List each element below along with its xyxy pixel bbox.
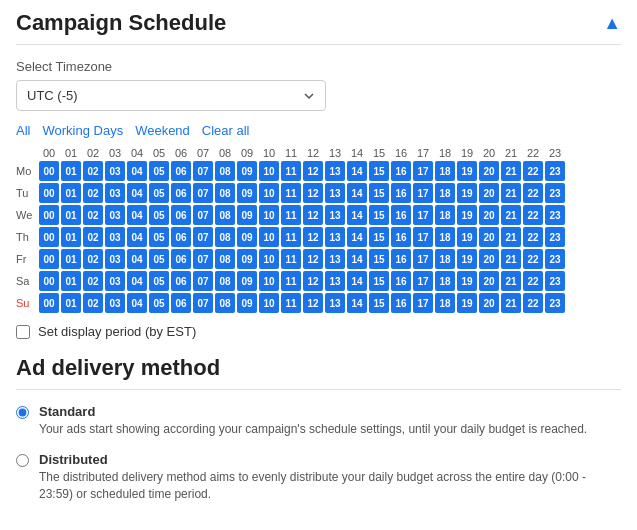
standard-radio[interactable] — [16, 406, 29, 419]
time-cell[interactable]: 20 — [478, 160, 500, 182]
time-cell[interactable]: 00 — [38, 182, 60, 204]
time-cell[interactable]: 11 — [280, 182, 302, 204]
time-cell[interactable]: 17 — [412, 160, 434, 182]
time-cell[interactable]: 05 — [148, 248, 170, 270]
time-cell[interactable]: 05 — [148, 292, 170, 314]
time-cell[interactable]: 14 — [346, 182, 368, 204]
distributed-radio[interactable] — [16, 454, 29, 467]
time-cell[interactable]: 09 — [236, 292, 258, 314]
time-cell[interactable]: 22 — [522, 226, 544, 248]
time-cell[interactable]: 23 — [544, 182, 566, 204]
time-cell[interactable]: 06 — [170, 160, 192, 182]
time-cell[interactable]: 18 — [434, 292, 456, 314]
time-cell[interactable]: 22 — [522, 270, 544, 292]
time-cell[interactable]: 19 — [456, 292, 478, 314]
time-cell[interactable]: 10 — [258, 248, 280, 270]
time-cell[interactable]: 19 — [456, 226, 478, 248]
time-cell[interactable]: 08 — [214, 204, 236, 226]
time-cell[interactable]: 10 — [258, 270, 280, 292]
time-cell[interactable]: 14 — [346, 270, 368, 292]
time-cell[interactable]: 21 — [500, 270, 522, 292]
time-cell[interactable]: 03 — [104, 160, 126, 182]
time-cell[interactable]: 19 — [456, 204, 478, 226]
time-cell[interactable]: 14 — [346, 292, 368, 314]
time-cell[interactable]: 23 — [544, 270, 566, 292]
time-cell[interactable]: 04 — [126, 182, 148, 204]
time-cell[interactable]: 19 — [456, 182, 478, 204]
time-cell[interactable]: 11 — [280, 204, 302, 226]
time-cell[interactable]: 15 — [368, 182, 390, 204]
time-cell[interactable]: 10 — [258, 160, 280, 182]
time-cell[interactable]: 22 — [522, 248, 544, 270]
time-cell[interactable]: 19 — [456, 248, 478, 270]
collapse-icon[interactable]: ▲ — [603, 13, 621, 34]
time-cell[interactable]: 11 — [280, 270, 302, 292]
time-cell[interactable]: 18 — [434, 226, 456, 248]
time-cell[interactable]: 11 — [280, 292, 302, 314]
time-cell[interactable]: 17 — [412, 226, 434, 248]
time-cell[interactable]: 23 — [544, 292, 566, 314]
time-cell[interactable]: 18 — [434, 182, 456, 204]
time-cell[interactable]: 21 — [500, 160, 522, 182]
time-cell[interactable]: 06 — [170, 292, 192, 314]
time-cell[interactable]: 06 — [170, 182, 192, 204]
time-cell[interactable]: 08 — [214, 292, 236, 314]
time-cell[interactable]: 04 — [126, 270, 148, 292]
time-cell[interactable]: 21 — [500, 292, 522, 314]
time-cell[interactable]: 18 — [434, 248, 456, 270]
time-cell[interactable]: 21 — [500, 182, 522, 204]
time-cell[interactable]: 16 — [390, 226, 412, 248]
time-cell[interactable]: 09 — [236, 248, 258, 270]
time-cell[interactable]: 08 — [214, 226, 236, 248]
time-cell[interactable]: 23 — [544, 248, 566, 270]
time-cell[interactable]: 07 — [192, 204, 214, 226]
time-cell[interactable]: 07 — [192, 160, 214, 182]
time-cell[interactable]: 02 — [82, 270, 104, 292]
time-cell[interactable]: 21 — [500, 226, 522, 248]
time-cell[interactable]: 01 — [60, 226, 82, 248]
time-cell[interactable]: 03 — [104, 204, 126, 226]
time-cell[interactable]: 20 — [478, 226, 500, 248]
time-cell[interactable]: 05 — [148, 204, 170, 226]
time-cell[interactable]: 23 — [544, 160, 566, 182]
time-cell[interactable]: 04 — [126, 292, 148, 314]
timezone-select[interactable]: UTC (-5) UTC (+0) UTC (+1) UTC (+5:30) — [16, 80, 326, 111]
time-cell[interactable]: 23 — [544, 204, 566, 226]
weekend-link[interactable]: Weekend — [135, 123, 190, 138]
time-cell[interactable]: 01 — [60, 270, 82, 292]
time-cell[interactable]: 22 — [522, 182, 544, 204]
time-cell[interactable]: 03 — [104, 292, 126, 314]
time-cell[interactable]: 00 — [38, 204, 60, 226]
time-cell[interactable]: 00 — [38, 292, 60, 314]
time-cell[interactable]: 09 — [236, 270, 258, 292]
time-cell[interactable]: 15 — [368, 248, 390, 270]
time-cell[interactable]: 15 — [368, 204, 390, 226]
time-cell[interactable]: 20 — [478, 270, 500, 292]
time-cell[interactable]: 06 — [170, 204, 192, 226]
time-cell[interactable]: 10 — [258, 292, 280, 314]
time-cell[interactable]: 13 — [324, 248, 346, 270]
time-cell[interactable]: 10 — [258, 182, 280, 204]
time-cell[interactable]: 20 — [478, 248, 500, 270]
time-cell[interactable]: 09 — [236, 226, 258, 248]
time-cell[interactable]: 07 — [192, 226, 214, 248]
time-cell[interactable]: 09 — [236, 204, 258, 226]
time-cell[interactable]: 15 — [368, 292, 390, 314]
time-cell[interactable]: 12 — [302, 292, 324, 314]
time-cell[interactable]: 08 — [214, 160, 236, 182]
time-cell[interactable]: 03 — [104, 226, 126, 248]
time-cell[interactable]: 17 — [412, 182, 434, 204]
time-cell[interactable]: 01 — [60, 248, 82, 270]
time-cell[interactable]: 19 — [456, 160, 478, 182]
time-cell[interactable]: 00 — [38, 270, 60, 292]
time-cell[interactable]: 10 — [258, 204, 280, 226]
time-cell[interactable]: 21 — [500, 204, 522, 226]
time-cell[interactable]: 13 — [324, 182, 346, 204]
time-cell[interactable]: 06 — [170, 226, 192, 248]
time-cell[interactable]: 13 — [324, 226, 346, 248]
time-cell[interactable]: 13 — [324, 160, 346, 182]
time-cell[interactable]: 13 — [324, 204, 346, 226]
time-cell[interactable]: 05 — [148, 226, 170, 248]
time-cell[interactable]: 17 — [412, 248, 434, 270]
time-cell[interactable]: 05 — [148, 160, 170, 182]
